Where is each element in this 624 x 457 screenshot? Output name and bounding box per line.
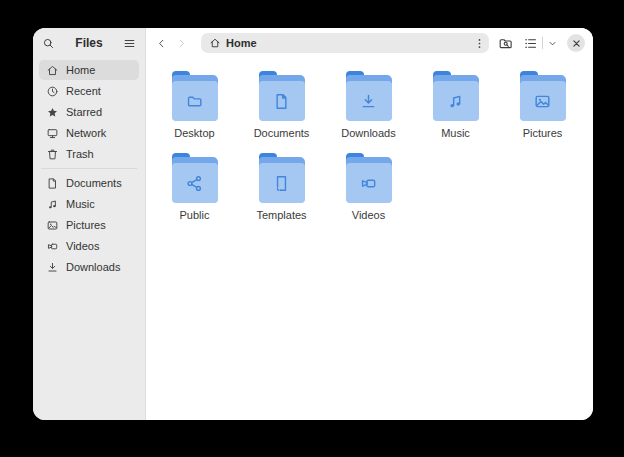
share-icon [185, 174, 204, 193]
picture-icon [46, 219, 59, 232]
folder-emblem [346, 163, 392, 203]
desktop-background: Files HomeRecentStarredNetworkTrashDocum… [0, 0, 624, 457]
sidebar: Files HomeRecentStarredNetworkTrashDocum… [33, 28, 146, 420]
view-options-button[interactable] [547, 38, 558, 49]
folder-pictures[interactable]: Pictures [499, 71, 586, 140]
close-icon [572, 39, 581, 48]
back-button[interactable] [151, 31, 171, 55]
sidebar-item-label: Starred [66, 106, 102, 118]
hamburger-icon [123, 37, 136, 50]
sidebar-item-trash[interactable]: Trash [39, 144, 139, 164]
sidebar-item-label: Videos [66, 240, 99, 252]
folder-label: Templates [256, 209, 306, 221]
music-icon [46, 198, 59, 211]
app-title: Files [75, 36, 102, 50]
forward-button[interactable] [171, 31, 191, 55]
breadcrumb-label: Home [226, 37, 257, 49]
folder-documents[interactable]: Documents [238, 71, 325, 140]
sidebar-item-music[interactable]: Music [39, 194, 139, 214]
folder-icon [346, 153, 392, 203]
sidebar-item-label: Documents [66, 177, 122, 189]
files-window: Files HomeRecentStarredNetworkTrashDocum… [33, 28, 593, 420]
sidebar-item-network[interactable]: Network [39, 123, 139, 143]
close-button[interactable] [567, 34, 585, 52]
folder-label: Public [180, 209, 210, 221]
sidebar-item-home[interactable]: Home [39, 60, 139, 80]
home-icon [209, 37, 221, 49]
folder-desktop[interactable]: Desktop [151, 71, 238, 140]
folder-menu-button[interactable] [473, 37, 486, 50]
download-icon [46, 261, 59, 274]
video-icon [359, 174, 378, 193]
folder-icon [346, 71, 392, 121]
divider [542, 37, 543, 49]
sidebar-item-label: Recent [66, 85, 101, 97]
list-view-button[interactable] [523, 36, 538, 51]
star-icon [46, 106, 59, 119]
folder-label: Desktop [174, 127, 214, 139]
folder-emblem [259, 81, 305, 121]
sidebar-item-label: Downloads [66, 261, 120, 273]
sidebar-item-label: Network [66, 127, 106, 139]
sidebar-list: HomeRecentStarredNetworkTrashDocumentsMu… [33, 58, 145, 278]
sidebar-item-videos[interactable]: Videos [39, 236, 139, 256]
chevron-down-icon [547, 38, 558, 49]
main-menu-button[interactable] [123, 37, 136, 50]
sidebar-item-starred[interactable]: Starred [39, 102, 139, 122]
document-icon [272, 92, 291, 111]
folder-public[interactable]: Public [151, 153, 238, 222]
folder-emblem [172, 163, 218, 203]
folder-label: Videos [352, 209, 385, 221]
main-pane: Home [146, 28, 593, 420]
home-icon [46, 64, 59, 77]
folder-icon [520, 71, 566, 121]
folder-icon [172, 153, 218, 203]
video-icon [46, 240, 59, 253]
header-bar: Home [146, 28, 593, 58]
search-everywhere-button[interactable] [498, 36, 513, 51]
folder-search-icon [498, 36, 513, 51]
folder-label: Downloads [341, 127, 395, 139]
list-view-icon [523, 36, 538, 51]
folder-downloads[interactable]: Downloads [325, 71, 412, 140]
folder-music[interactable]: Music [412, 71, 499, 140]
folder-label: Documents [254, 127, 310, 139]
header-actions [498, 34, 585, 52]
breadcrumb-current-folder: Home [209, 37, 257, 49]
folder-label: Music [441, 127, 470, 139]
folder-icon [172, 71, 218, 121]
chevron-right-icon [175, 37, 188, 50]
folder-emblem [433, 81, 479, 121]
network-icon [46, 127, 59, 140]
sidebar-item-downloads[interactable]: Downloads [39, 257, 139, 277]
picture-icon [533, 92, 552, 111]
sidebar-item-label: Trash [66, 148, 94, 160]
folder-videos[interactable]: Videos [325, 153, 412, 222]
search-icon [42, 37, 55, 50]
sidebar-divider [41, 168, 137, 169]
folder-emblem [520, 81, 566, 121]
template-icon [272, 174, 291, 193]
sidebar-header: Files [33, 28, 145, 58]
sidebar-item-label: Pictures [66, 219, 106, 231]
download-icon [359, 92, 378, 111]
document-icon [46, 177, 59, 190]
folder-grid: DesktopDocumentsDownloadsMusicPicturesPu… [146, 58, 593, 420]
folder-icon [259, 71, 305, 121]
search-button[interactable] [42, 37, 55, 50]
folder-icon [433, 71, 479, 121]
sidebar-item-pictures[interactable]: Pictures [39, 215, 139, 235]
sidebar-item-recent[interactable]: Recent [39, 81, 139, 101]
music-icon [446, 92, 465, 111]
chevron-left-icon [155, 37, 168, 50]
trash-icon [46, 148, 59, 161]
folder-icon [185, 92, 204, 111]
folder-emblem [172, 81, 218, 121]
view-toggle [523, 36, 558, 51]
breadcrumb[interactable]: Home [201, 33, 489, 53]
folder-icon [259, 153, 305, 203]
sidebar-item-documents[interactable]: Documents [39, 173, 139, 193]
folder-templates[interactable]: Templates [238, 153, 325, 222]
sidebar-item-label: Home [66, 64, 95, 76]
folder-emblem [259, 163, 305, 203]
